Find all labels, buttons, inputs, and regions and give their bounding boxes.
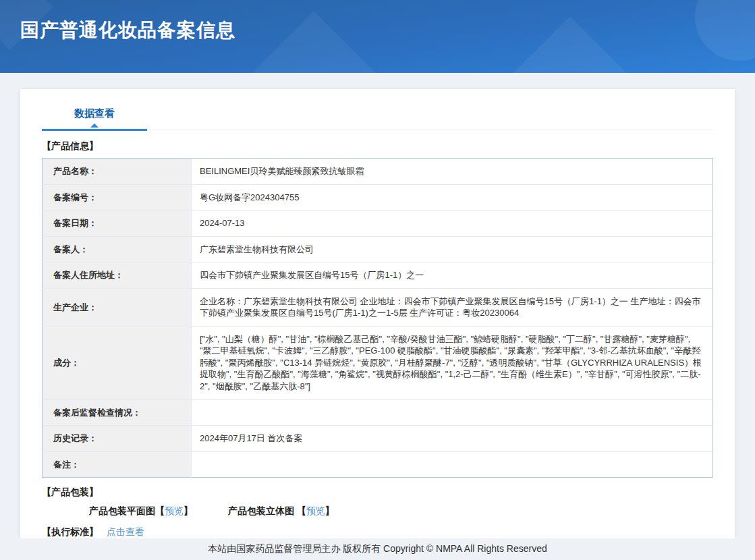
row-value: 广东碧素堂生物科技有限公司 [192, 236, 713, 262]
row-label: 备注： [43, 451, 192, 478]
product-info-table: 产品名称： BEILINGMEI贝玲美赋能臻颜紧致抗皱眼霜 备案编号： 粤G妆网… [42, 158, 713, 478]
row-value: BEILINGMEI贝玲美赋能臻颜紧致抗皱眼霜 [192, 159, 713, 185]
packaging-3d-item: 产品包装立体图 【预览】 [228, 505, 335, 517]
packaging-flat-item: 产品包装平面图【预览】 [89, 505, 193, 517]
packaging-flat-preview-link[interactable]: 预览 [165, 505, 184, 516]
row-label: 备案日期： [43, 211, 192, 237]
footer-copyright-text: 本站由国家药品监督管理局主办 版权所有 Copyright © NMPA All… [208, 543, 547, 554]
tab-data-view[interactable]: 数据查看 [42, 100, 147, 131]
product-info-heading: 【产品信息】 [42, 140, 713, 152]
row-label: 历史记录： [43, 426, 192, 452]
table-row-ingredients: 成分： ["水", "山梨（糖）醇", "甘油", "棕榈酸乙基己酯", "辛酸… [43, 326, 713, 399]
row-value: 粤G妆网备字2024304755 [192, 184, 713, 211]
bracket-open: 【 [155, 505, 165, 516]
active-tab-pointer-icon [90, 123, 99, 128]
banner-decoration [214, 11, 414, 73]
tab-bar: 数据查看 [42, 89, 713, 130]
bracket-close: 】 [325, 505, 335, 516]
packaging-links-row: 产品包装平面图【预览】 产品包装立体图 【预览】 [89, 505, 713, 517]
table-row-registration-number: 备案编号： 粤G妆网备字2024304755 [43, 184, 713, 211]
row-label: 备案人： [43, 236, 192, 262]
packaging-heading: 【产品包装】 [42, 486, 713, 499]
row-value: 2024-07-13 [192, 211, 713, 237]
table-row-registration-date: 备案日期： 2024-07-13 [43, 211, 713, 237]
row-label: 成分： [43, 326, 192, 399]
table-row-history: 历史记录： 2024年07月17日 首次备案 [43, 426, 713, 452]
row-value: 企业名称：广东碧素堂生物科技有限公司 企业地址：四会市下茆镇产业聚集发展区自编号… [192, 288, 713, 326]
row-value [192, 399, 713, 426]
standard-view-link[interactable]: 点击查看 [107, 526, 144, 538]
tab-data-view-label: 数据查看 [74, 107, 115, 119]
bracket-open: 【 [297, 505, 306, 516]
row-value: ["水", "山梨（糖）醇", "甘油", "棕榈酸乙基己酯", "辛酸/癸酸甘… [192, 326, 713, 399]
banner-decoration [499, 16, 642, 73]
table-row-manufacturer: 生产企业： 企业名称：广东碧素堂生物科技有限公司 企业地址：四会市下茆镇产业聚集… [43, 288, 713, 326]
row-value [192, 451, 713, 478]
table-row-supervision-check: 备案后监督检查情况： [43, 399, 713, 426]
page-footer: 本站由国家药品监督管理局主办 版权所有 Copyright © NMPA All… [0, 538, 755, 560]
table-row-remarks: 备注： [43, 451, 713, 478]
table-row-product-name: 产品名称： BEILINGMEI贝玲美赋能臻颜紧致抗皱眼霜 [43, 159, 713, 185]
standard-row: 【执行标准】 点击查看 [42, 526, 713, 538]
table-row-registrant-address: 备案人住所地址： 四会市下茆镇产业聚集发展区自编号15号（厂房1-1）之一 [43, 262, 713, 289]
row-label: 产品名称： [43, 159, 192, 185]
row-value: 2024年07月17日 首次备案 [192, 426, 713, 452]
row-label: 备案编号： [43, 184, 192, 211]
page-header-banner: 国产普通化妆品备案信息 [0, 0, 755, 73]
banner-decoration [695, 0, 755, 61]
row-label: 生产企业： [43, 288, 192, 326]
packaging-3d-label: 产品包装立体图 [228, 505, 297, 516]
bracket-close: 】 [184, 505, 193, 516]
standard-heading: 【执行标准】 [42, 526, 99, 538]
row-label: 备案后监督检查情况： [43, 399, 192, 426]
table-row-registrant: 备案人： 广东碧素堂生物科技有限公司 [43, 236, 713, 262]
row-label: 备案人住所地址： [43, 262, 192, 289]
packaging-flat-label: 产品包装平面图 [89, 505, 155, 516]
content-card: 数据查看 【产品信息】 产品名称： BEILINGMEI贝玲美赋能臻颜紧致抗皱眼… [20, 89, 735, 538]
page-title: 国产普通化妆品备案信息 [20, 18, 235, 43]
packaging-3d-preview-link[interactable]: 预览 [306, 505, 325, 516]
row-value: 四会市下茆镇产业聚集发展区自编号15号（厂房1-1）之一 [192, 262, 713, 289]
